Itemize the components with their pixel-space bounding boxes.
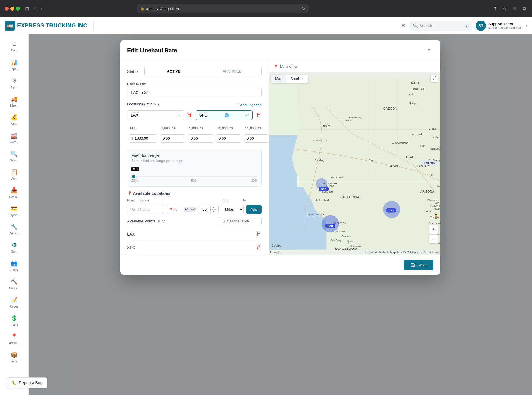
modal-close-button[interactable]: × <box>424 46 433 55</box>
size-stepper[interactable]: ▲ ▼ <box>199 205 219 214</box>
location-col-label: Location <box>137 198 222 202</box>
save-button[interactable]: Save <box>404 260 433 270</box>
map-attribution: Google <box>270 250 280 254</box>
warehouse-icon: 🏭 <box>11 132 18 139</box>
address-bar[interactable]: 🔒 app.mycartage.com ↻ <box>137 4 309 13</box>
bookmark-icon[interactable]: ☆ <box>501 5 508 13</box>
slider-label-80: 80% <box>251 179 257 182</box>
sidebar-item-custom[interactable]: 🔨 Custo... <box>3 275 26 292</box>
unit-select[interactable]: Miles Kilometers <box>221 205 244 214</box>
map-expand-button[interactable] <box>431 75 438 82</box>
size-input[interactable] <box>199 205 210 214</box>
user-info[interactable]: ST Support Team support@mycartage.com ▾ <box>476 21 527 31</box>
v25000-rate-input[interactable] <box>247 136 267 141</box>
sidebar-item-items[interactable]: 📦 Items <box>3 348 26 366</box>
report-bug-button[interactable]: 🐛 Report a Bug <box>7 377 47 388</box>
delete-point-lax-icon[interactable]: 🗑 <box>255 230 262 238</box>
delete-location-2-icon[interactable]: 🗑 <box>255 111 262 119</box>
svg-text:Tijuana: Tijuana <box>346 240 354 243</box>
sidebar-item-users[interactable]: 👥 Users <box>3 257 26 274</box>
map-container[interactable]: Eugene Bend OREGON Boise Idaho Falls Nam… <box>269 73 440 255</box>
sidebar-item-warehouse[interactable]: 🏭 Ware... <box>3 129 26 146</box>
sidebar-item-billing[interactable]: 💰 Billi... <box>3 111 26 128</box>
new-tab-icon[interactable]: ＋ <box>511 5 519 13</box>
users-icon: 👥 <box>11 260 18 267</box>
minimize-traffic-light[interactable] <box>10 7 14 11</box>
globe-icon: 🌐 <box>224 113 229 117</box>
locations-label: Locations ( min. 2 ) <box>127 102 159 106</box>
close-traffic-light[interactable] <box>5 7 9 11</box>
svg-text:NEVADA: NEVADA <box>389 164 402 167</box>
sidebar-item-settings[interactable]: ⚙ Se... <box>3 239 26 256</box>
status-tab-archived[interactable]: ARCHIVED <box>203 67 261 76</box>
nav-forward-icon[interactable]: › <box>39 5 44 13</box>
fullscreen-traffic-light[interactable] <box>16 7 20 11</box>
browser-chrome: ⊞ ‹ › 🔒 app.mycartage.com ↻ ⬆ ☆ ＋ ⧉ <box>0 0 532 17</box>
sidebar-item-address[interactable]: 📍 Addre... <box>3 330 26 347</box>
svg-text:Crescent City: Crescent City <box>313 139 327 142</box>
sidebar-item-payments[interactable]: 💳 Payme... <box>3 202 26 219</box>
v1000-rate-input[interactable] <box>163 136 183 141</box>
search-bar[interactable]: 🔍 Search... / <box>409 21 472 31</box>
location-1-value: LAX <box>131 113 138 117</box>
svg-text:Ogden: Ogden <box>432 136 439 139</box>
tabs-icon[interactable]: ⧉ <box>521 5 527 13</box>
v10000-rate-input[interactable] <box>219 136 239 141</box>
filter-icon[interactable]: ▽ <box>162 219 165 223</box>
settings-icon[interactable]: ⚙ <box>401 23 406 29</box>
app-header: 🚛 EXPRESS TRUCKING INC. ⚙ 🔍 Search... / … <box>0 17 532 34</box>
map-zoom-out-button[interactable]: − <box>429 234 438 244</box>
sidebar-item-operations[interactable]: ⚙ Op... <box>3 74 26 91</box>
sidebar-item-receive[interactable]: 📥 Recei... <box>3 184 26 201</box>
status-tabs: ACTIVE ARCHIVED <box>144 67 262 76</box>
available-locations-section: 📍 Available Locations Name Location Size… <box>127 191 262 255</box>
delete-location-1-icon[interactable]: 🗑 <box>187 111 193 119</box>
search-icon: 🔍 <box>413 23 418 28</box>
rate-name-input[interactable] <box>127 88 262 97</box>
search-table-input[interactable] <box>219 217 262 225</box>
chevron-icon-2: ⌄ <box>245 113 249 117</box>
svg-text:Logan: Logan <box>429 127 436 130</box>
svg-text:Moab: Moab <box>437 185 440 187</box>
point-name-input[interactable] <box>127 205 164 214</box>
add-point-button[interactable]: Add <box>246 205 262 214</box>
sidebar-item-search[interactable]: 🔍 Sear... <box>3 147 26 165</box>
slider-thumb[interactable] <box>131 174 136 179</box>
status-tab-active[interactable]: ACTIVE <box>145 67 203 76</box>
sidebar-item-dashboard[interactable]: 🖥 Da... <box>3 38 26 55</box>
col-1000: 1,000 lbs <box>159 125 186 133</box>
svg-text:Bakersfield: Bakersfield <box>316 199 329 202</box>
map-tab-satellite[interactable]: Satellite <box>286 75 307 83</box>
reload-icon[interactable]: ↻ <box>302 7 305 11</box>
location-select-2[interactable]: SFO 🌐 ⌄ <box>196 110 253 120</box>
sidebar-item-accounting[interactable]: 📋 Ac... <box>3 166 26 183</box>
v5000-rate-input[interactable] <box>191 136 211 141</box>
add-location-form-inputs: 📍 ENTER ▲ ▼ <box>127 205 262 214</box>
sort-icon[interactable]: ⇅ <box>157 219 160 223</box>
map-zoom-in-button[interactable]: + <box>429 225 438 234</box>
svg-text:Park City: Park City <box>424 161 435 164</box>
min-rate-input[interactable] <box>135 136 155 141</box>
sidebar-item-dispatch[interactable]: 🚚 Disp... <box>3 93 26 110</box>
add-location-button[interactable]: + Add Location <box>237 103 262 107</box>
v5000-rate-wrapper <box>188 134 213 143</box>
sidebar-item-reports[interactable]: 📊 Repo... <box>3 56 26 73</box>
map-tab-map[interactable]: Map <box>271 75 286 83</box>
location-select-1[interactable]: LAX ⌄ <box>127 110 184 120</box>
delete-point-sfo-icon[interactable]: 🗑 <box>255 244 262 251</box>
location-pin-icon: 📍 <box>169 207 173 212</box>
share-icon[interactable]: ⬆ <box>491 5 499 13</box>
nav-grid-icon[interactable]: ⊞ <box>23 5 31 13</box>
modal-footer: Save <box>120 255 440 275</box>
stepper-up-button[interactable]: ▲ <box>211 206 216 210</box>
nav-back-icon[interactable]: ‹ <box>32 5 37 13</box>
dispatch-icon: 🚚 <box>11 95 18 102</box>
stepper-down-button[interactable]: ▼ <box>211 210 216 214</box>
svg-text:LAX: LAX <box>328 225 333 228</box>
app-logo: 🚛 EXPRESS TRUCKING INC. <box>5 21 94 31</box>
sidebar-item-adjust[interactable]: 🔧 Adjus... <box>3 220 26 238</box>
unit-col-label: Unit <box>242 198 262 202</box>
sidebar-item-rates[interactable]: 💲 Rates <box>3 312 26 329</box>
sidebar-item-codes[interactable]: 📝 Codes <box>3 294 26 311</box>
fuel-subtitle: Set the fuel surcharge percentage <box>131 159 257 163</box>
